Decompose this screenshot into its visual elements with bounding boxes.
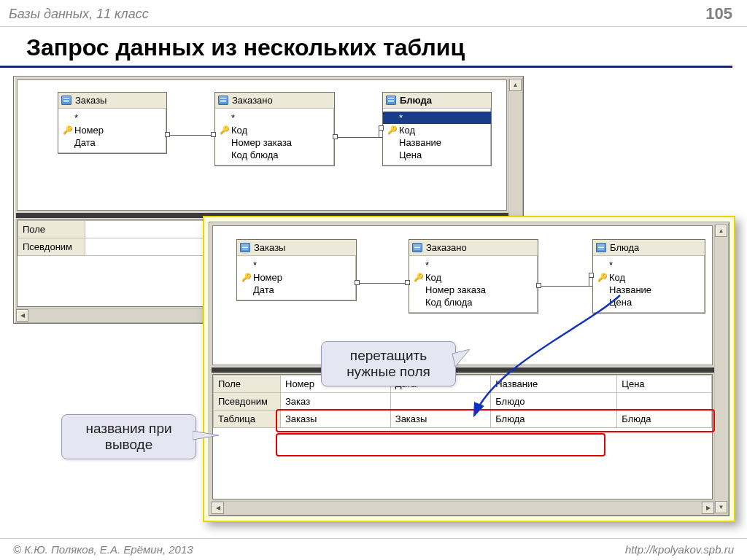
- relation-line: [167, 135, 214, 136]
- grid-cell[interactable]: [617, 393, 712, 411]
- key-icon: 🔑: [241, 273, 250, 282]
- callout-output-names: названия при выводе: [61, 414, 196, 459]
- table-icon: [218, 96, 228, 105]
- key-icon: 🔑: [597, 273, 606, 282]
- grid-cell[interactable]: Блюда: [491, 411, 617, 428]
- grid-cell[interactable]: [390, 393, 490, 411]
- scroll-left-icon[interactable]: ◀: [16, 309, 28, 322]
- callout-drag-fields: перетащить нужные поля: [321, 341, 456, 386]
- key-icon: 🔑: [387, 125, 396, 135]
- table-icon: [240, 243, 250, 252]
- key-icon: 🔑: [63, 125, 71, 135]
- grid-cell[interactable]: Заказ: [281, 393, 391, 411]
- row-label: Псевдоним: [214, 393, 281, 411]
- grid-cell[interactable]: Цена: [617, 376, 712, 393]
- grid-cell[interactable]: Заказы: [390, 411, 490, 428]
- grid-cell[interactable]: Блюда: [617, 411, 712, 428]
- page-title: Запрос данных из нескольких таблиц: [0, 27, 732, 68]
- grid-cell[interactable]: Название: [491, 376, 617, 393]
- scroll-down-icon[interactable]: ▼: [715, 501, 727, 513]
- table-orders[interactable]: Заказы * 🔑Номер Дата: [236, 239, 357, 301]
- table-dishes[interactable]: Блюда * 🔑Код Название Цена: [592, 239, 705, 314]
- row-label: Таблица: [214, 411, 281, 428]
- slide-header: Базы данных, 11 класс 105: [0, 0, 747, 27]
- row-label: Псевдоним: [18, 238, 85, 256]
- row-label: Поле: [18, 221, 85, 238]
- breadcrumb: Базы данных, 11 класс: [9, 7, 149, 22]
- scroll-up-icon[interactable]: ▲: [509, 79, 522, 91]
- page-number: 105: [705, 4, 732, 23]
- qbe-grid[interactable]: Поле Номер▼ Дата Название Цена Псевдоним…: [212, 374, 713, 499]
- row-label: Поле: [214, 376, 281, 393]
- table-dishes[interactable]: Блюда * 🔑Код Название Цена: [382, 92, 492, 166]
- slide-footer: © К.Ю. Поляков, Е.А. Ерёмин, 2013 http:/…: [0, 538, 747, 560]
- scrollbar-vertical[interactable]: ▲ ▼: [714, 225, 727, 513]
- relation-line: [335, 137, 382, 138]
- scrollbar-horizontal[interactable]: ◀ ▶: [212, 501, 714, 513]
- scroll-up-icon[interactable]: ▲: [715, 225, 727, 237]
- key-icon: 🔑: [414, 273, 422, 282]
- table-orders[interactable]: Заказы * 🔑Номер Дата: [58, 92, 167, 154]
- grid-cell[interactable]: Блюдо: [491, 393, 617, 411]
- relation-line: [538, 286, 592, 287]
- scroll-right-icon[interactable]: ▶: [702, 502, 714, 514]
- copyright: © К.Ю. Поляков, Е.А. Ерёмин, 2013: [13, 543, 193, 556]
- table-icon: [412, 243, 422, 252]
- relation-line: [357, 283, 409, 284]
- table-title: Заказы: [58, 93, 166, 109]
- scroll-left-icon[interactable]: ◀: [212, 502, 224, 514]
- table-icon: [61, 96, 71, 105]
- key-icon: 🔑: [220, 125, 228, 135]
- grid-cell[interactable]: Заказы: [281, 411, 391, 428]
- table-icon: [386, 96, 396, 105]
- table-ordered[interactable]: Заказано * 🔑Код Номер заказа Код блюда: [409, 239, 538, 314]
- table-ordered[interactable]: Заказано * 🔑Код Номер заказа Код блюда: [214, 92, 335, 166]
- footer-link[interactable]: http://kpolyakov.spb.ru: [625, 543, 734, 556]
- table-icon: [596, 243, 606, 252]
